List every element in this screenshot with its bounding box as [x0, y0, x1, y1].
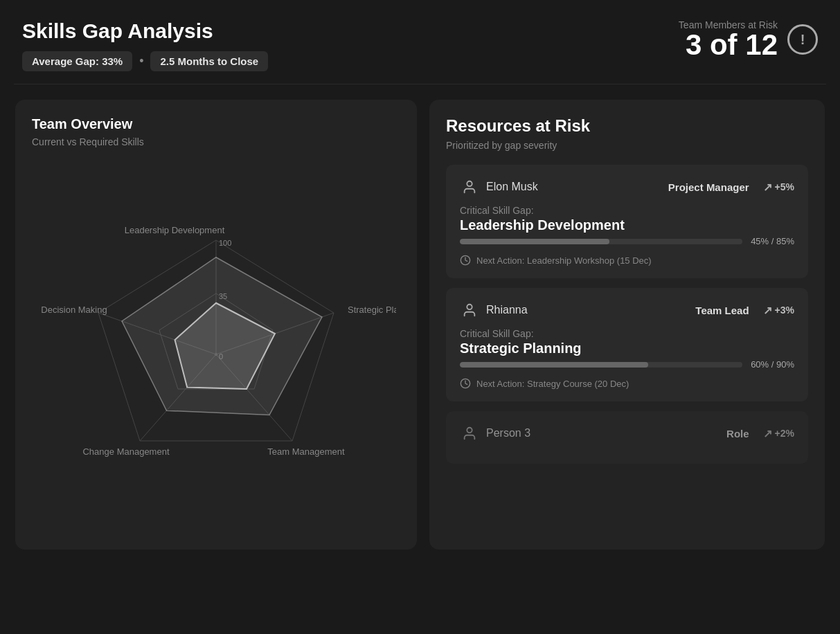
team-overview-title: Team Overview	[32, 116, 400, 132]
svg-text:Team Management: Team Management	[267, 446, 345, 457]
person-role-0: Project Manager	[668, 181, 749, 193]
risk-count: 3 of 12	[679, 30, 778, 60]
svg-point-22	[467, 428, 472, 433]
svg-text:Strategic Planning: Strategic Planning	[348, 305, 396, 315]
next-action-1: Next Action: Strategy Course (20 Dec)	[460, 378, 794, 389]
clock-icon-1	[460, 378, 471, 389]
resource-header-1: Rhianna Team Lead ↗ +3%	[460, 300, 794, 320]
team-overview-card: Team Overview Current vs Required Skills	[15, 100, 417, 550]
stat-separator: •	[139, 54, 143, 69]
person-icon-1	[460, 300, 479, 320]
svg-text:Change Management: Change Management	[82, 446, 169, 457]
trend-badge-1: ↗ +3%	[763, 304, 794, 317]
trend-badge-0: ↗ +5%	[763, 181, 794, 194]
clock-icon-0	[460, 255, 471, 266]
person-name-2: Person 3	[486, 427, 720, 440]
main-content: Team Overview Current vs Required Skills	[0, 84, 840, 565]
resources-subtitle: Prioritized by gap severity	[446, 140, 808, 151]
header-left: Skills Gap Analysis Average Gap: 33% • 2…	[22, 19, 268, 71]
progress-row-1: 60% / 90%	[460, 359, 794, 370]
person-name-1: Rhianna	[486, 304, 688, 316]
skill-gap-value-1: Strategic Planning	[460, 341, 794, 356]
person-role-1: Team Lead	[695, 305, 749, 316]
progress-bar-fill-0	[460, 239, 609, 244]
svg-point-18	[467, 181, 472, 186]
svg-text:100: 100	[219, 239, 231, 247]
progress-row-0: 45% / 85%	[460, 236, 794, 246]
risk-info: Team Members at Risk 3 of 12	[679, 19, 778, 60]
average-gap-badge: Average Gap: 33%	[22, 51, 132, 71]
progress-bar-bg-1	[460, 362, 742, 368]
radar-chart: 100 35 0 Leadership Development Strategi…	[32, 164, 400, 510]
person-icon-2	[460, 424, 479, 443]
progress-bar-fill-1	[460, 362, 648, 368]
resource-item-0: Elon Musk Project Manager ↗ +5% Critical…	[446, 165, 808, 278]
radar-svg: 100 35 0 Leadership Development Strategi…	[36, 178, 396, 496]
team-overview-subtitle: Current vs Required Skills	[32, 136, 400, 147]
trend-badge-2: ↗ +2%	[763, 427, 794, 440]
resource-header-2: Person 3 Role ↗ +2%	[460, 424, 794, 443]
months-to-close-badge: 2.5 Months to Close	[150, 51, 268, 71]
page-title: Skills Gap Analysis	[22, 19, 268, 43]
svg-text:Decision Making: Decision Making	[41, 305, 107, 315]
person-name-0: Elon Musk	[486, 181, 661, 193]
progress-bar-bg-0	[460, 239, 742, 244]
resource-item-1: Rhianna Team Lead ↗ +3% Critical Skill G…	[446, 288, 808, 401]
progress-text-0: 45% / 85%	[751, 236, 794, 246]
resources-title: Resources at Risk	[446, 116, 808, 136]
svg-text:35: 35	[219, 292, 227, 300]
svg-text:0: 0	[219, 352, 223, 361]
skill-gap-label-1: Critical Skill Gap: Strategic Planning	[460, 328, 794, 356]
resource-item-2: Person 3 Role ↗ +2%	[446, 411, 808, 464]
next-action-0: Next Action: Leadership Workshop (15 Dec…	[460, 255, 794, 266]
person-role-2: Role	[726, 428, 749, 440]
header-right: Team Members at Risk 3 of 12 !	[679, 19, 818, 60]
page-header: Skills Gap Analysis Average Gap: 33% • 2…	[0, 0, 840, 84]
skill-gap-label-0: Critical Skill Gap: Leadership Developme…	[460, 205, 794, 233]
header-stats: Average Gap: 33% • 2.5 Months to Close	[22, 51, 268, 71]
resource-header-0: Elon Musk Project Manager ↗ +5%	[460, 177, 794, 197]
skill-gap-value-0: Leadership Development	[460, 217, 794, 233]
person-icon-0	[460, 177, 479, 197]
svg-point-20	[467, 305, 472, 309]
svg-text:Leadership Development: Leadership Development	[125, 225, 225, 235]
warning-icon: !	[787, 24, 818, 55]
progress-text-1: 60% / 90%	[751, 359, 794, 370]
resources-at-risk-card: Resources at Risk Prioritized by gap sev…	[429, 100, 825, 550]
